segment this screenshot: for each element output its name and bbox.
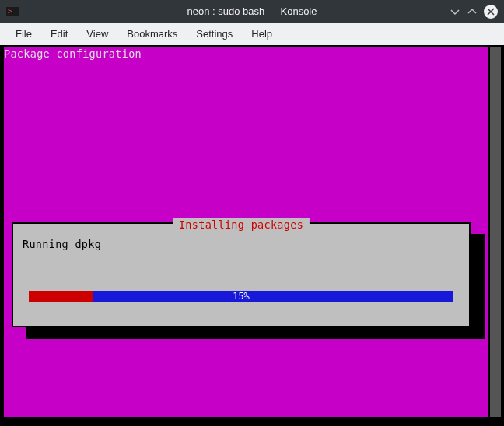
- minimize-icon[interactable]: [450, 6, 460, 17]
- menu-edit[interactable]: Edit: [41, 25, 77, 43]
- dialog-message: Running dpkg: [23, 238, 101, 250]
- menu-view[interactable]: View: [77, 25, 117, 43]
- window-titlebar: >_ neon : sudo bash — Konsole: [0, 0, 504, 23]
- close-icon[interactable]: [484, 5, 498, 19]
- scrollbar-thumb[interactable]: [490, 47, 501, 417]
- menu-bookmarks[interactable]: Bookmarks: [117, 25, 187, 43]
- dialog-title: Installing packages: [179, 218, 303, 231]
- window-controls: [450, 5, 498, 19]
- window-title: neon : sudo bash — Konsole: [187, 5, 317, 17]
- dialog-title-wrap: Installing packages: [173, 218, 310, 232]
- menu-help[interactable]: Help: [242, 25, 282, 43]
- progress-label: 15%: [29, 291, 453, 302]
- progress-bar: 15%: [29, 291, 453, 302]
- menu-file[interactable]: File: [6, 25, 41, 43]
- menubar: File Edit View Bookmarks Settings Help: [0, 23, 504, 45]
- konsole-app-icon: >_: [6, 7, 19, 16]
- terminal-viewport[interactable]: Package configuration Installing package…: [0, 45, 504, 426]
- installing-packages-dialog: Installing packages Running dpkg 15%: [12, 222, 471, 327]
- maximize-icon[interactable]: [467, 6, 478, 17]
- menu-settings[interactable]: Settings: [187, 25, 242, 43]
- config-header: Package configuration: [4, 47, 142, 60]
